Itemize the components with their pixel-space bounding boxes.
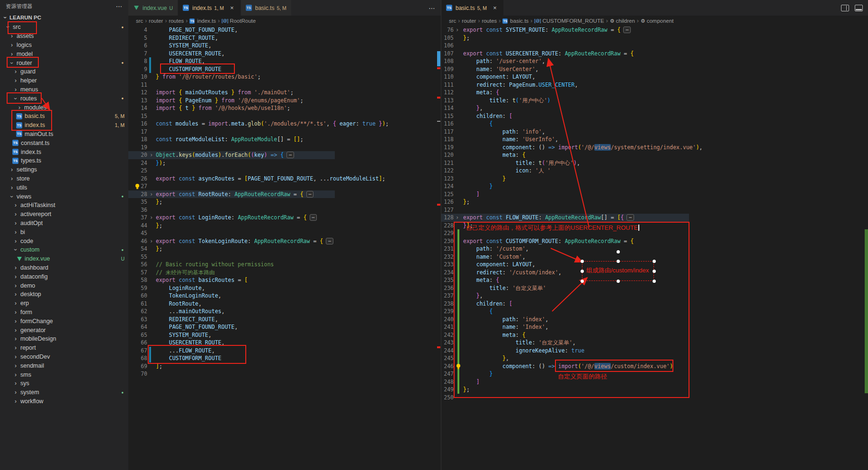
tree-folder-dashboard[interactable]: ›dashboard <box>0 263 128 272</box>
lightbulb-icon[interactable] <box>134 184 140 189</box>
code-line-69[interactable]: 69]; <box>128 362 441 371</box>
code-line-113[interactable]: 113 title: t('用户中心') <box>441 97 868 105</box>
overview-ruler[interactable] <box>437 0 441 470</box>
code-line-242[interactable]: 242 meta: { <box>441 331 868 339</box>
code-line-246[interactable]: 246 component: () => import('/@/views/cu… <box>441 362 868 371</box>
explorer-more-icon[interactable]: ⋯ <box>116 2 123 10</box>
code-line-235[interactable]: 235 meta: { <box>441 276 868 284</box>
explorer-root-folder[interactable]: › LEARUN PC <box>0 12 128 23</box>
code-line-250[interactable]: 250 <box>441 394 868 402</box>
code-line-238[interactable]: 238 children: [ <box>441 300 868 308</box>
code-line-247[interactable]: 247 } <box>441 370 868 378</box>
tree-folder-demo[interactable]: ›demo <box>0 281 128 290</box>
code-line-18[interactable]: 18const routeModuleList: AppRouteModule[… <box>128 136 441 144</box>
folded-code-badge[interactable]: ⋯ <box>623 27 631 33</box>
breadcrumb-item-src[interactable]: src <box>136 18 143 24</box>
tree-folder-actHiTaskinst[interactable]: ›actHiTaskinst <box>0 201 128 210</box>
code-line-230[interactable]: 230export const CUSTOMFORM_ROUTE: AppRou… <box>441 237 868 245</box>
tree-folder-routes[interactable]: ›routes● <box>0 94 128 103</box>
code-line-109[interactable]: 109 name: 'UserCenter', <box>441 65 868 73</box>
breadcrumb-item-routes[interactable]: routes <box>482 18 497 24</box>
tree-folder-formChange[interactable]: ›formChange <box>0 316 128 325</box>
code-line-54[interactable]: 54}; <box>128 245 441 253</box>
tree-folder-secondDev[interactable]: ›secondDev <box>0 352 128 362</box>
code-line-6[interactable]: 6 SYSTEM_ROUTE, <box>128 42 441 50</box>
tree-folder-auditOpt[interactable]: ›auditOpt <box>0 219 128 228</box>
breadcrumb-item-RootRoute[interactable]: [@]RootRoute <box>222 18 256 24</box>
code-line-108[interactable]: 108 path: '/user-center', <box>441 57 868 65</box>
tree-folder-store[interactable]: ›store <box>0 174 128 183</box>
tree-folder-workflow[interactable]: ›workflow <box>0 397 128 406</box>
code-line-76[interactable]: 76›export const SYSTEM_ROUTE: AppRouteRe… <box>441 26 868 34</box>
breadcrumb-item-children[interactable]: ⚙children <box>610 18 635 24</box>
code-line-105[interactable]: 105}; <box>441 34 868 42</box>
code-line-12[interactable]: 12import { mainOutRoutes } from './mainO… <box>128 89 441 97</box>
code-line-234[interactable]: 234 redirect: '/custom/index', <box>441 269 868 277</box>
code-line-126[interactable]: 126}; <box>441 198 868 206</box>
tree-folder-bi[interactable]: ›bi <box>0 227 128 236</box>
tree-file-mainOut.ts[interactable]: TSmainOut.ts <box>0 130 128 139</box>
code-line-237[interactable]: 237 }, <box>441 292 868 300</box>
code-line-56[interactable]: 56// Basic routing without permissions <box>128 261 441 269</box>
code-line-11[interactable]: 11 <box>128 81 441 89</box>
code-line-248[interactable]: 248 ] <box>441 378 868 386</box>
breadcrumb-item-src[interactable]: src <box>449 18 456 24</box>
tree-folder-form[interactable]: ›form <box>0 308 128 317</box>
folded-code-badge[interactable]: ⋯ <box>286 152 294 158</box>
overview-ruler[interactable] <box>864 0 868 470</box>
tree-folder-custom[interactable]: ›custom● <box>0 245 128 254</box>
code-line-37[interactable]: 37›export const LoginRoute: AppRouteReco… <box>128 214 441 222</box>
code-line-121[interactable]: 121 title: t('用户中心'), <box>441 159 868 167</box>
tree-folder-sms[interactable]: ›sms <box>0 370 128 379</box>
code-line-62[interactable]: 62 ...mainOutRoutes, <box>128 307 441 316</box>
tree-folder-erp[interactable]: ›erp <box>0 299 128 308</box>
tab-basic.ts[interactable]: TSbasic.ts5, M <box>241 0 292 16</box>
code-line-233[interactable]: 233 component: LAYOUT, <box>441 261 868 269</box>
code-line-119[interactable]: 119 component: () => import('/@/views/sy… <box>441 144 868 152</box>
tab-index.vue[interactable]: index.vueU <box>128 0 178 16</box>
code-line-245[interactable]: 245 }, <box>441 354 868 362</box>
tab-index.ts[interactable]: TSindex.ts1, M× <box>178 0 241 16</box>
tree-folder-system[interactable]: ›system● <box>0 388 128 397</box>
tree-file-index.vue[interactable]: index.vueU <box>0 254 128 263</box>
code-line-120[interactable]: 120 meta: { <box>441 151 868 159</box>
tree-file-index.ts[interactable]: TSindex.ts1, M <box>0 121 128 130</box>
code-line-57[interactable]: 57// 未经许可的基本路由 <box>128 269 441 277</box>
code-line-112[interactable]: 112 meta: { <box>441 89 868 97</box>
breadcrumb-item-router[interactable]: router <box>149 18 163 24</box>
tree-file-types.ts[interactable]: TStypes.ts <box>0 156 128 165</box>
folded-code-badge[interactable]: ⋯ <box>306 191 314 198</box>
fold-chevron-icon[interactable]: › <box>456 26 459 34</box>
code-editor[interactable]: 76›export const SYSTEM_ROUTE: AppRouteRe… <box>441 26 868 470</box>
tree-folder-src[interactable]: ›src● <box>0 23 128 32</box>
code-line-59[interactable]: 59 LoginRoute, <box>128 284 441 292</box>
code-line-4[interactable]: 4 PAGE_NOT_FOUND_ROUTE, <box>128 26 441 34</box>
tree-folder-assets[interactable]: ›assets <box>0 32 128 41</box>
fold-chevron-icon[interactable]: › <box>150 190 153 199</box>
tree-folder-sendmail[interactable]: ›sendmail <box>0 361 128 370</box>
breadcrumb-item-component[interactable]: ⚙component <box>641 18 674 24</box>
code-line-70[interactable]: 70 <box>128 370 441 378</box>
tree-folder-dataconfig[interactable]: ›dataconfig <box>0 272 128 281</box>
tree-file-constant.ts[interactable]: TSconstant.ts <box>0 138 128 147</box>
code-line-122[interactable]: 122 icon: '人 ' <box>441 167 868 175</box>
fold-chevron-icon[interactable]: › <box>150 151 153 159</box>
lightbulb-icon[interactable] <box>456 364 461 369</box>
tree-folder-sys[interactable]: ›sys <box>0 379 128 388</box>
code-line-14[interactable]: 14import { t } from '/@/hooks/web/useI18… <box>128 104 441 112</box>
split-editor-icon[interactable] <box>841 5 849 11</box>
code-line-232[interactable]: 232 name: 'Custom', <box>441 253 868 261</box>
breadcrumb-item-basic.ts[interactable]: TSbasic.ts <box>502 18 528 24</box>
code-line-114[interactable]: 114 }, <box>441 104 868 112</box>
code-line-20[interactable]: 20›Object.keys(modules).forEach((key) =>… <box>128 151 441 159</box>
code-line-10[interactable]: 10} from '/@/router/routes/basic'; <box>128 73 441 81</box>
code-line-60[interactable]: 60 TokenLoginRoute, <box>128 292 441 300</box>
tree-folder-generator[interactable]: ›generator <box>0 325 128 334</box>
code-line-7[interactable]: 7 USERCENTER_ROUTE, <box>128 50 441 58</box>
tree-folder-menus[interactable]: ›menus <box>0 85 128 94</box>
code-editor[interactable]: 4 PAGE_NOT_FOUND_ROUTE,5 REDIRECT_ROUTE,… <box>128 26 441 470</box>
code-line-16[interactable]: 16const modules = import.meta.glob('./mo… <box>128 120 441 128</box>
code-line-229[interactable]: 229 <box>441 229 868 237</box>
tree-folder-logics[interactable]: ›logics <box>0 41 128 50</box>
folded-code-badge[interactable]: ⋯ <box>310 214 317 221</box>
